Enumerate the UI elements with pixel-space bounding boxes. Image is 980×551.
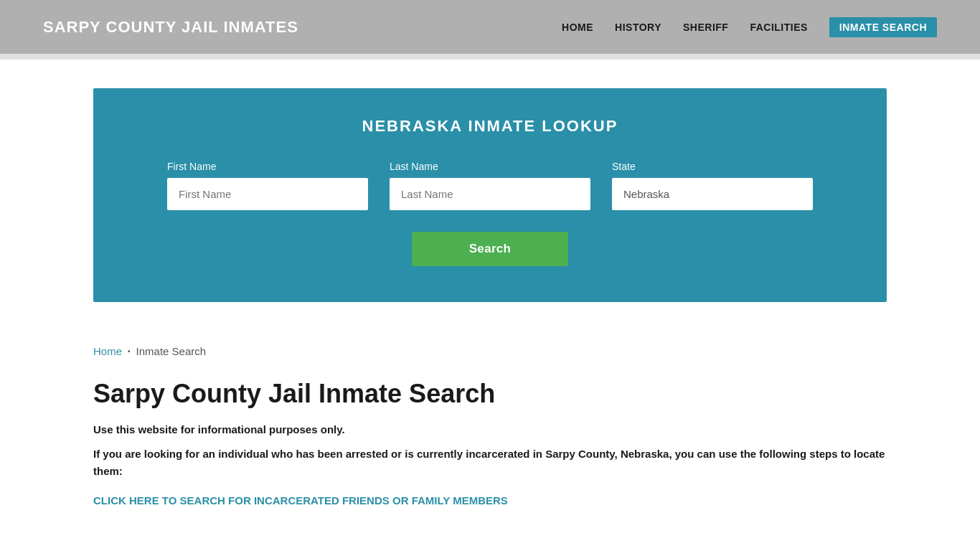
nav-home[interactable]: HOME: [562, 22, 593, 33]
page-title: Sarpy County Jail Inmate Search: [93, 379, 887, 409]
info-line-1: Use this website for informational purpo…: [93, 423, 887, 435]
inmate-lookup-panel: NEBRASKA INMATE LOOKUP First Name Last N…: [93, 88, 887, 302]
lookup-panel-title: NEBRASKA INMATE LOOKUP: [129, 117, 851, 136]
nav-facilities[interactable]: FACILITIES: [750, 22, 807, 33]
main-content: Sarpy County Jail Inmate Search Use this…: [0, 364, 980, 536]
breadcrumb: Home • Inmate Search: [0, 331, 980, 364]
main-nav: HOME HISTORY SHERIFF FACILITIES INMATE S…: [562, 17, 937, 37]
search-fields-row: First Name Last Name State: [129, 161, 851, 210]
search-button-row: Search: [129, 232, 851, 266]
search-button[interactable]: Search: [412, 232, 569, 266]
last-name-label: Last Name: [390, 161, 590, 172]
breadcrumb-current-page: Inmate Search: [136, 345, 207, 357]
nav-history[interactable]: HISTORY: [615, 22, 661, 33]
last-name-group: Last Name: [390, 161, 590, 210]
search-link[interactable]: CLICK HERE to Search for Incarcerated Fr…: [93, 494, 508, 507]
first-name-label: First Name: [167, 161, 368, 172]
site-title: SARPY COUNTY JAIL INMATES: [43, 18, 298, 37]
info-line-2: If you are looking for an individual who…: [93, 446, 887, 480]
first-name-group: First Name: [167, 161, 368, 210]
state-group: State: [612, 161, 813, 210]
breadcrumb-separator: •: [128, 347, 131, 355]
breadcrumb-home-link[interactable]: Home: [93, 345, 122, 357]
sub-header-line: [0, 54, 980, 60]
state-input[interactable]: [612, 178, 813, 210]
nav-inmate-search[interactable]: INMATE SEARCH: [829, 17, 937, 37]
nav-sheriff[interactable]: SHERIFF: [683, 22, 728, 33]
site-header: SARPY COUNTY JAIL INMATES HOME HISTORY S…: [0, 0, 980, 54]
last-name-input[interactable]: [390, 178, 590, 210]
first-name-input[interactable]: [167, 178, 368, 210]
state-label: State: [612, 161, 813, 172]
